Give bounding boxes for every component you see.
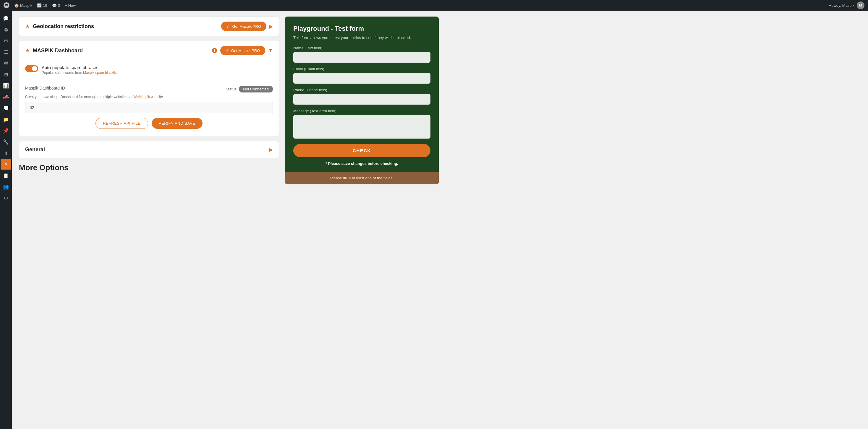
email-label: Email (Email field) [293, 67, 430, 71]
playground-footer: Please fill in at least one of the field… [285, 172, 439, 185]
sidebar-icon-settings[interactable]: ⚙ [1, 193, 11, 203]
site-name: Maspik [20, 3, 32, 8]
sidebar-icon-chat[interactable]: 💬 [1, 13, 11, 24]
maspik-dashboard-section: ★ MASPIK Dashboard i ☆ Get Maspik PRO ▼ [19, 41, 279, 136]
avatar[interactable]: M [857, 1, 864, 9]
playground-note: * Please save changes before checking. [293, 161, 430, 166]
description-part1: Creat your own single Dashboard for mana… [25, 95, 133, 99]
geolocation-pro-label: Get Maspik PRO [232, 24, 261, 29]
playground-title: Playground - Test form [293, 25, 430, 33]
admin-bar-right: Howdy, Maspik M [829, 1, 864, 9]
message-textarea[interactable] [293, 115, 430, 139]
wp-logo-icon: W [4, 2, 9, 8]
wpmaspik-link[interactable]: WpMaspik [133, 95, 150, 99]
sidebar-icon-grid[interactable]: ⊞ [1, 69, 11, 80]
dashboard-buttons: REFRESH API FILE VERIFY AND SAVE [25, 118, 273, 129]
general-title: General [25, 146, 267, 153]
comments-count: 0 [58, 3, 60, 8]
general-section: General ▶ [19, 141, 279, 158]
sidebar-icon-upload[interactable]: ⬆ [1, 148, 11, 158]
sidebar-icon-wrench[interactable]: 🔧 [1, 136, 11, 147]
toggle-main-label: Auto-populate spam phrases [42, 65, 118, 70]
sidebar-icon-chart[interactable]: 📊 [1, 80, 11, 91]
sidebar-icon-menu[interactable]: ☰ [1, 47, 11, 57]
general-header: General ▶ [19, 141, 279, 158]
info-icon[interactable]: i [212, 48, 217, 53]
email-input[interactable] [293, 73, 430, 84]
sidebar-icon-x[interactable]: ✕ [1, 159, 11, 170]
dashboard-description: Creat your own single Dashboard for mana… [25, 95, 273, 99]
blacklist-link[interactable]: Maspik spam blacklist [83, 71, 118, 75]
name-label: Name (Text field) [293, 46, 430, 50]
geolocation-expand-icon[interactable]: ▶ [269, 24, 273, 29]
left-panel: ★ Geolocation restrictions ☆ Get Maspik … [19, 16, 279, 423]
playground-card: Playground - Test form This form allows … [285, 16, 439, 185]
general-expand-icon[interactable]: ▶ [269, 147, 273, 153]
dashboard-star-outline-icon: ☆ [225, 48, 229, 53]
check-button[interactable]: CHECK [293, 144, 430, 157]
name-field-group: Name (Text field) [293, 46, 430, 63]
comments-icon: 💬 [52, 3, 57, 8]
status-label: Status [225, 87, 237, 91]
playground-description: This form allows you to test your entrie… [293, 35, 430, 40]
sidebar-icon-mail[interactable]: ✉ [1, 35, 11, 46]
geolocation-section: ★ Geolocation restrictions ☆ Get Maspik … [19, 16, 279, 36]
updates-count: 19 [43, 3, 47, 8]
geolocation-header: ★ Geolocation restrictions ☆ Get Maspik … [19, 17, 279, 36]
admin-bar-left: W 🏠 Maspik 🔄 19 💬 0 + New [4, 2, 829, 8]
sidebar-icon-pin[interactable]: 📌 [1, 125, 11, 136]
sidebar-icon-folder[interactable]: 📁 [1, 114, 11, 125]
verify-save-button[interactable]: VERIFY AND SAVE [152, 118, 203, 129]
footer-message: Please fill in at least one of the field… [330, 176, 394, 180]
plus-icon: + [65, 3, 67, 8]
sidebar: 💬 ◎ ✉ ☰ W ⊞ 📊 📣 💭 📁 📌 🔧 ⬆ ✕ 📋 👥 ⚙ [0, 11, 12, 429]
name-input[interactable] [293, 52, 430, 63]
sidebar-icon-bubble[interactable]: 💭 [1, 103, 11, 113]
phone-input[interactable] [293, 94, 430, 105]
site-name-button[interactable]: 🏠 Maspik [14, 3, 32, 8]
sidebar-icon-people[interactable]: 👥 [1, 182, 11, 192]
description-part2: website [150, 95, 163, 99]
wp-logo-button[interactable]: W [4, 2, 9, 8]
dashboard-id-grid: Maspik Dashboard ID Status Not Connected [25, 86, 273, 93]
sidebar-icon-circle[interactable]: ◎ [1, 24, 11, 35]
maspik-dashboard-body: Auto-populate spam phrases Popular spam … [19, 60, 279, 136]
message-field-group: Message (Text area field) [293, 109, 430, 140]
dashboard-id-value: 62 [25, 102, 273, 113]
dashboard-expand-icon[interactable]: ▼ [268, 48, 273, 53]
dashboard-id-label: Maspik Dashboard ID [25, 86, 65, 90]
admin-bar: W 🏠 Maspik 🔄 19 💬 0 + New Howdy, Maspik … [0, 0, 868, 11]
new-label: New [68, 3, 76, 8]
toggle-slider [25, 65, 38, 72]
new-button[interactable]: + New [65, 3, 76, 8]
toggle-sub-label: Popular spam words from Maspik spam blac… [42, 71, 118, 75]
more-options-title: More Options [19, 163, 279, 172]
sidebar-icon-megaphone[interactable]: 📣 [1, 92, 11, 102]
geolocation-title: Geolocation restrictions [33, 23, 218, 30]
sidebar-icon-list[interactable]: 📋 [1, 170, 11, 181]
geolocation-pro-button[interactable]: ☆ Get Maspik PRO [221, 22, 267, 31]
star-outline-icon: ☆ [226, 24, 230, 29]
updates-icon: 🔄 [37, 3, 42, 8]
sidebar-icon-woo[interactable]: W [1, 58, 11, 69]
playground-body: Playground - Test form This form allows … [285, 16, 439, 172]
maspik-dashboard-header: ★ MASPIK Dashboard i ☆ Get Maspik PRO ▼ [19, 41, 279, 60]
email-field-group: Email (Email field) [293, 67, 430, 84]
dashboard-pro-button[interactable]: ☆ Get Maspik PRO [220, 46, 266, 55]
auto-populate-toggle[interactable] [25, 65, 38, 72]
dashboard-pro-label: Get Maspik PRO [231, 48, 260, 53]
right-panel: Playground - Test form This form allows … [285, 16, 439, 423]
phone-field-group: Phone (Phone field) [293, 88, 430, 105]
refresh-api-button[interactable]: REFRESH API FILE [95, 118, 148, 129]
main-content: ★ Geolocation restrictions ☆ Get Maspik … [12, 11, 868, 429]
home-icon: 🏠 [14, 3, 19, 8]
star-icon: ★ [25, 23, 30, 30]
maspik-dashboard-title: MASPIK Dashboard [33, 47, 208, 54]
phone-label: Phone (Phone field) [293, 88, 430, 92]
toggle-row: Auto-populate spam phrases Popular spam … [25, 65, 273, 75]
updates-button[interactable]: 🔄 19 [37, 3, 47, 8]
toggle-sublabel-text: Popular spam words from [42, 71, 83, 75]
status-area: Status Not Connected [225, 86, 273, 93]
more-options-container: More Options [19, 163, 279, 172]
comments-button[interactable]: 💬 0 [52, 3, 60, 8]
